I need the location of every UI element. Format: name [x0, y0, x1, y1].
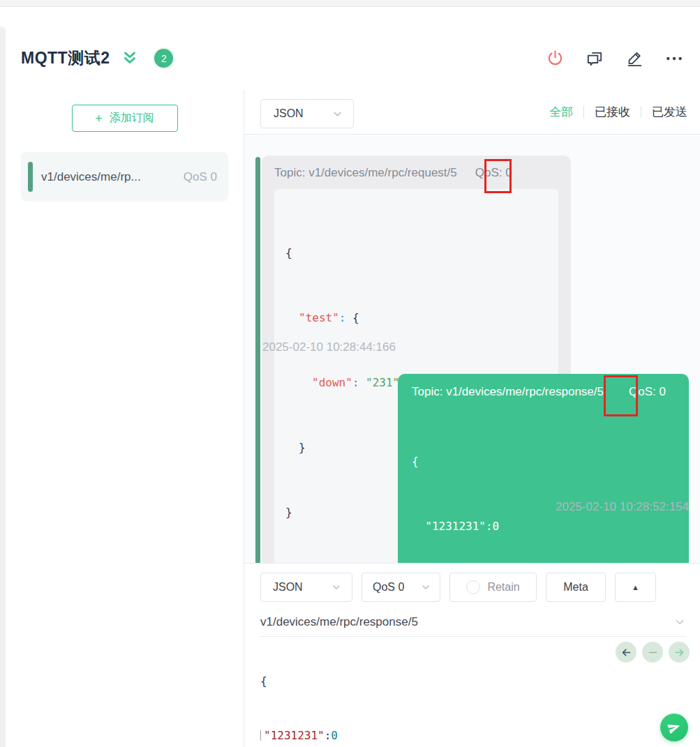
retain-label: Retain: [487, 581, 519, 594]
retain-radio-icon: [466, 580, 480, 594]
received-timestamp: 2025-02-10 10:28:44:166: [262, 340, 396, 354]
editor-line: {: [260, 672, 700, 691]
annotation-highlight-request-suffix: [484, 159, 512, 193]
chevron-down-icon: [673, 616, 686, 628]
history-forward-button[interactable]: [669, 642, 690, 663]
connection-header: MQTT测试2 2: [6, 27, 700, 91]
message-list[interactable]: Topic: v1/devices/me/rpc/request/5 QoS: …: [244, 135, 700, 563]
history-clear-button[interactable]: [642, 642, 663, 663]
meta-button[interactable]: Meta: [546, 573, 606, 602]
history-back-button[interactable]: [616, 642, 636, 663]
add-subscription-label: 添加订阅: [110, 111, 154, 126]
send-message-button[interactable]: [660, 714, 688, 741]
composer-qos-value: QoS 0: [373, 581, 404, 594]
sent-timestamp: 2025-02-10 10:28:52:154: [556, 500, 689, 514]
annotation-highlight-response-suffix: [604, 375, 638, 416]
tab-separator: [641, 106, 641, 118]
add-subscription-button[interactable]: + 添加订阅: [72, 105, 178, 132]
subscription-topic: v1/devices/me/rp...: [41, 170, 141, 184]
subscription-qos: QoS 0: [184, 170, 217, 184]
code-line: {: [285, 242, 547, 264]
received-topic: Topic: v1/devices/me/rpc/request/5: [274, 166, 457, 180]
plus-icon: +: [95, 112, 103, 125]
subscriptions-sidebar: + 添加订阅 v1/devices/me/rp... QoS 0: [6, 90, 244, 747]
code-line: "test": {: [285, 307, 547, 329]
more-options-icon[interactable]: [665, 50, 683, 68]
composer-controls: JSON QoS 0 Retain Meta ▲: [260, 573, 656, 602]
chevron-down-icon: [332, 108, 343, 120]
disconnect-power-icon[interactable]: [546, 50, 564, 68]
retain-toggle[interactable]: Retain: [449, 573, 537, 602]
tab-published[interactable]: 已发送: [652, 104, 687, 120]
mqtt-client-window: MQTT测试2 2: [0, 0, 700, 747]
composer-format-select[interactable]: JSON: [260, 573, 352, 602]
composer-format-value: JSON: [273, 581, 303, 594]
publish-topic-value: v1/devices/me/rpc/response/5: [260, 615, 418, 629]
messages-toolbar: JSON 全部 已接收 已发送: [244, 90, 700, 135]
composer-qos-select[interactable]: QoS 0: [362, 573, 440, 602]
edit-pencil-icon[interactable]: [625, 50, 643, 68]
message-filter-tabs: 全部 已接收 已发送: [549, 90, 687, 134]
chevron-down-icon: [331, 582, 342, 593]
subscription-count-badge: 2: [154, 49, 173, 68]
sent-message: Topic: v1/devices/me/rpc/response/5 QoS:…: [398, 374, 689, 563]
publish-composer: JSON QoS 0 Retain Meta ▲: [244, 563, 700, 747]
chevron-down-icon: [420, 582, 431, 593]
left-window-strip: [0, 27, 6, 747]
code-line: {: [412, 451, 675, 472]
editor-history-nav: [616, 642, 690, 663]
tab-all[interactable]: 全部: [549, 104, 573, 120]
payload-format-select[interactable]: JSON: [260, 99, 354, 128]
messages-panel: JSON 全部 已接收 已发送 Topic: v1/devices/me/rpc…: [244, 90, 700, 747]
collapse-composer-button[interactable]: ▲: [615, 573, 656, 602]
sent-bubble: Topic: v1/devices/me/rpc/response/5 QoS:…: [398, 374, 689, 563]
payload-format-value: JSON: [274, 107, 304, 120]
received-topic-row: Topic: v1/devices/me/rpc/request/5 QoS: …: [274, 166, 558, 180]
new-message-chat-icon[interactable]: [586, 50, 604, 68]
subscription-item[interactable]: v1/devices/me/rp... QoS 0: [21, 152, 228, 202]
code-line: "1231231":0: [412, 515, 675, 537]
triangle-up-icon: ▲: [632, 583, 639, 591]
sent-payload: { "1231231":0 }: [412, 407, 675, 563]
editor-line: "1231231":0: [260, 727, 700, 745]
chevron-double-down-icon[interactable]: [121, 50, 139, 68]
text-cursor: [260, 730, 261, 741]
tab-separator: [583, 106, 584, 118]
connection-title: MQTT测试2: [21, 47, 110, 69]
header-actions: [546, 50, 700, 68]
sent-topic: Topic: v1/devices/me/rpc/response/5: [412, 385, 604, 399]
received-topic-marker: [255, 157, 260, 563]
publish-topic-input[interactable]: v1/devices/me/rpc/response/5: [260, 608, 686, 637]
tab-received[interactable]: 已接收: [595, 104, 630, 120]
top-window-strip: [0, 0, 700, 7]
subscription-color-marker: [28, 162, 33, 192]
